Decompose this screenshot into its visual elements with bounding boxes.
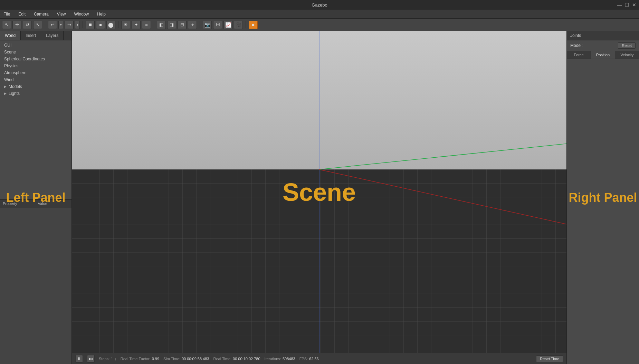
right-content bbox=[567, 59, 639, 364]
property-header: Property Value bbox=[0, 199, 71, 208]
sphere-tool[interactable]: ● bbox=[96, 21, 105, 29]
steps-display: Steps: 1 ↓ bbox=[99, 357, 116, 361]
tree-atmosphere[interactable]: Atmosphere bbox=[0, 69, 71, 76]
right-tabs: Force Position Velocity bbox=[567, 51, 639, 59]
minimize-button[interactable]: — bbox=[617, 2, 622, 8]
tab-layers[interactable]: Layers bbox=[41, 31, 64, 40]
simtime-value: 00 00:09:58.483 bbox=[182, 357, 209, 361]
sep-1 bbox=[45, 21, 45, 28]
left-tree: GUI Scene Spherical Coordinates Physics … bbox=[0, 40, 71, 199]
pause-button[interactable]: ⏸ bbox=[75, 355, 83, 363]
menu-edit[interactable]: Edit bbox=[17, 11, 27, 17]
fps-display: FPS: 62.56 bbox=[299, 357, 319, 361]
property-col-label: Property bbox=[3, 201, 17, 206]
iter-value: 598483 bbox=[283, 357, 295, 361]
joints-header: Joints bbox=[567, 31, 639, 40]
statusbar: ⏸ ⏭ Steps: 1 ↓ Real Time Factor: 0.99 Si… bbox=[72, 353, 566, 364]
reset-button[interactable]: Reset bbox=[618, 42, 636, 49]
content-area: World Insert Layers GUI Scene Spherical … bbox=[0, 31, 639, 364]
realtime-value: 00 00:10:02.780 bbox=[233, 357, 260, 361]
active-tool[interactable]: ■ bbox=[249, 21, 258, 29]
tab-insert[interactable]: Insert bbox=[21, 31, 41, 40]
sep-6 bbox=[246, 21, 246, 28]
sep-3 bbox=[118, 21, 118, 28]
tab-world[interactable]: World bbox=[0, 31, 21, 40]
right-panel: Joints Model: Reset Force Position Veloc… bbox=[566, 31, 639, 364]
reset-time-button[interactable]: Reset Time bbox=[536, 355, 563, 362]
simtime-label: Sim Time: bbox=[163, 357, 180, 361]
left-tabs: World Insert Layers bbox=[0, 31, 71, 40]
model-label: Model: bbox=[570, 43, 583, 48]
rotate-tool[interactable]: ↺ bbox=[23, 21, 32, 29]
tree-gui[interactable]: GUI bbox=[0, 42, 71, 49]
redo-button[interactable]: ↪ bbox=[65, 21, 74, 29]
models-arrow: ▶ bbox=[4, 85, 7, 88]
real-time-display: Real Time: 00 00:10:02.780 bbox=[213, 357, 260, 361]
box-tool[interactable]: ■ bbox=[86, 21, 95, 29]
save1-tool[interactable]: ◧ bbox=[157, 21, 166, 29]
step-button[interactable]: ⏭ bbox=[87, 355, 95, 363]
scene-sky bbox=[72, 31, 566, 169]
snap-tool[interactable]: ⌖ bbox=[188, 21, 197, 29]
fps-value: 62.56 bbox=[309, 357, 319, 361]
maximize-button[interactable]: ❐ bbox=[625, 2, 629, 8]
left-panel: World Insert Layers GUI Scene Spherical … bbox=[0, 31, 72, 364]
steps-value: 1 bbox=[111, 357, 113, 361]
tree-spherical[interactable]: Spherical Coordinates bbox=[0, 56, 71, 62]
tree-scene[interactable]: Scene bbox=[0, 49, 71, 56]
tab-force[interactable]: Force bbox=[567, 51, 591, 59]
menu-window[interactable]: Window bbox=[73, 11, 90, 17]
steps-arrow[interactable]: ↓ bbox=[114, 357, 116, 361]
tree-wind[interactable]: Wind bbox=[0, 76, 71, 83]
sep-2 bbox=[83, 21, 83, 28]
align-tool[interactable]: ⊟ bbox=[178, 21, 187, 29]
tree-lights[interactable]: ▶ Lights bbox=[0, 90, 71, 97]
menu-view[interactable]: View bbox=[56, 11, 67, 17]
rtf-label: Real Time Factor: bbox=[121, 357, 151, 361]
lights-arrow: ▶ bbox=[4, 92, 7, 95]
sun-tool[interactable]: ☀ bbox=[121, 21, 130, 29]
cylinder-tool[interactable]: ⬤ bbox=[106, 21, 115, 29]
select-tool[interactable]: ↖ bbox=[2, 21, 11, 29]
sim-time-display: Sim Time: 00 00:09:58.483 bbox=[163, 357, 209, 361]
window-controls[interactable]: — ❐ ✕ bbox=[617, 2, 636, 8]
app-title: Gazebo bbox=[312, 2, 327, 8]
graph-tool[interactable]: 📈 bbox=[223, 21, 232, 29]
realtime-factor-display: Real Time Factor: 0.99 bbox=[121, 357, 159, 361]
model-row: Model: Reset bbox=[567, 40, 639, 51]
particle-tool[interactable]: ✦ bbox=[132, 21, 141, 29]
close-button[interactable]: ✕ bbox=[632, 2, 636, 8]
menubar: File Edit Camera View Window Help bbox=[0, 10, 639, 19]
tree-models[interactable]: ▶ Models bbox=[0, 83, 71, 90]
scene-area[interactable]: Scene ⏸ ⏭ Steps: 1 ↓ Real Time Factor: 0… bbox=[72, 31, 566, 364]
record-tool[interactable]: 🎥 bbox=[234, 21, 243, 29]
scale-tool[interactable]: ⤡ bbox=[33, 21, 42, 29]
steps-label: Steps: bbox=[99, 357, 109, 361]
translate-tool[interactable]: ✛ bbox=[12, 21, 21, 29]
tree-physics[interactable]: Physics bbox=[0, 62, 71, 69]
video-tool[interactable]: 🎞 bbox=[213, 21, 222, 29]
titlebar: Gazebo — ❐ ✕ bbox=[0, 0, 639, 10]
save2-tool[interactable]: ◨ bbox=[167, 21, 176, 29]
value-col-label: Value bbox=[38, 201, 47, 206]
scene-canvas[interactable]: Scene bbox=[72, 31, 566, 353]
sep-5 bbox=[200, 21, 200, 28]
main-layout: ↖ ✛ ↺ ⤡ ↩ ▾ ↪ ▾ ■ ● ⬤ ☀ ✦ ≡ ◧ ◨ ⊟ ⌖ 📷 🎞 … bbox=[0, 19, 639, 364]
fps-label: FPS: bbox=[299, 357, 308, 361]
iterations-display: Iterations: 598483 bbox=[265, 357, 295, 361]
lines-tool[interactable]: ≡ bbox=[142, 21, 151, 29]
rtf-value: 0.99 bbox=[152, 357, 159, 361]
iter-label: Iterations: bbox=[265, 357, 281, 361]
menu-help[interactable]: Help bbox=[96, 11, 107, 17]
tab-velocity[interactable]: Velocity bbox=[615, 51, 639, 59]
tab-position[interactable]: Position bbox=[591, 51, 615, 59]
undo-button[interactable]: ↩ bbox=[48, 21, 57, 29]
menu-file[interactable]: File bbox=[2, 11, 11, 17]
toolbar: ↖ ✛ ↺ ⤡ ↩ ▾ ↪ ▾ ■ ● ⬤ ☀ ✦ ≡ ◧ ◨ ⊟ ⌖ 📷 🎞 … bbox=[0, 19, 639, 31]
screenshot-tool[interactable]: 📷 bbox=[203, 21, 212, 29]
redo-dropdown[interactable]: ▾ bbox=[75, 21, 80, 29]
scene-grid bbox=[72, 169, 566, 353]
undo-dropdown[interactable]: ▾ bbox=[58, 21, 63, 29]
sep-4 bbox=[154, 21, 154, 28]
menu-camera[interactable]: Camera bbox=[32, 11, 50, 17]
